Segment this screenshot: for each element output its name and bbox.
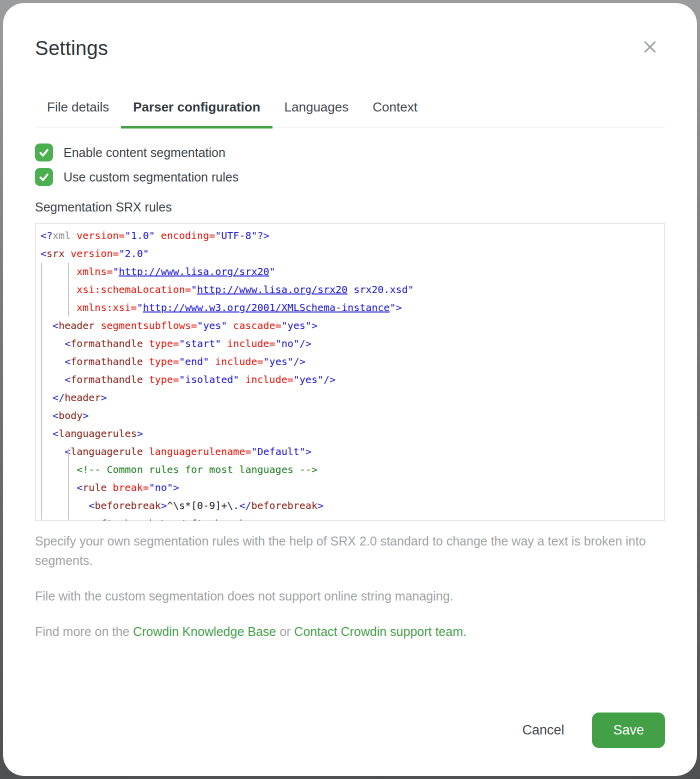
save-button[interactable]: Save xyxy=(592,712,665,748)
help-paragraph-1: Specify your own segmentation rules with… xyxy=(35,532,665,570)
settings-modal: Settings File details Parser configurati… xyxy=(3,3,697,776)
use-custom-segmentation-rules-row[interactable]: Use custom segmentation rules xyxy=(35,168,665,186)
checkbox-label: Use custom segmentation rules xyxy=(64,170,238,184)
enable-content-segmentation-row[interactable]: Enable content segmentation xyxy=(35,144,665,162)
contact-support-link[interactable]: Contact Crowdin support team. xyxy=(294,624,466,638)
check-icon xyxy=(38,146,50,158)
tab-context[interactable]: Context xyxy=(360,90,430,128)
check-icon xyxy=(38,171,50,183)
find-more-middle: or xyxy=(276,624,294,638)
checkbox-label: Enable content segmentation xyxy=(64,146,226,160)
modal-footer: Cancel Save xyxy=(522,712,665,748)
code-content: <?xml version="1.0" encoding="UTF-8"?><s… xyxy=(40,226,660,521)
srx-rules-label: Segmentation SRX rules xyxy=(35,200,665,214)
tab-parser-configuration[interactable]: Parser configuration xyxy=(121,90,272,128)
enable-content-segmentation-checkbox[interactable] xyxy=(35,144,53,162)
find-more-prefix: Find more on the xyxy=(35,624,133,638)
help-paragraph-2: File with the custom segmentation does n… xyxy=(35,586,665,606)
tab-bar: File details Parser configuration Langua… xyxy=(35,90,665,128)
tab-languages[interactable]: Languages xyxy=(272,90,361,128)
indent-guide xyxy=(68,448,69,520)
cancel-button[interactable]: Cancel xyxy=(522,722,564,738)
page-title: Settings xyxy=(35,37,665,60)
srx-editor[interactable]: <?xml version="1.0" encoding="UTF-8"?><s… xyxy=(35,223,665,521)
checkbox-group: Enable content segmentation Use custom s… xyxy=(35,144,665,186)
indent-guide xyxy=(68,262,69,316)
tab-file-details[interactable]: File details xyxy=(35,90,121,128)
find-more-line: Find more on the Crowdin Knowledge Base … xyxy=(35,622,665,642)
use-custom-segmentation-rules-checkbox[interactable] xyxy=(35,168,53,186)
close-button[interactable] xyxy=(639,36,661,58)
indent-guide xyxy=(41,262,42,520)
close-icon xyxy=(642,38,658,56)
knowledge-base-link[interactable]: Crowdin Knowledge Base xyxy=(133,624,276,638)
modal-header: Settings xyxy=(35,3,665,60)
